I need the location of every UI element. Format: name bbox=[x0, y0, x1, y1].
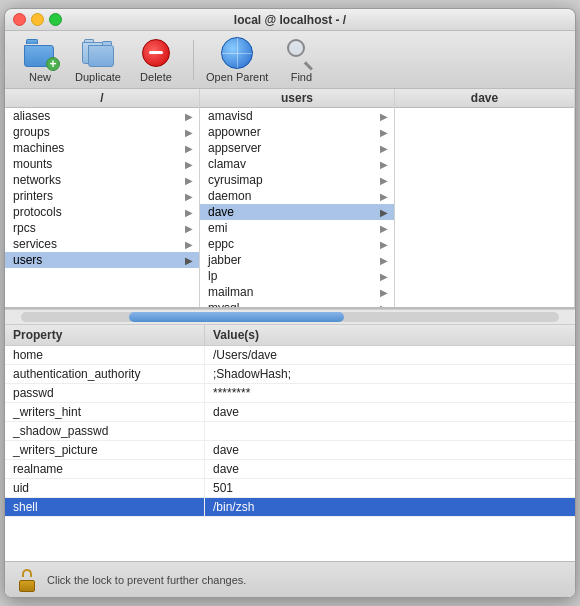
duplicate-button[interactable]: Duplicate bbox=[73, 37, 123, 83]
list-item[interactable]: mailman▶ bbox=[200, 284, 394, 300]
find-button[interactable]: Find bbox=[276, 37, 326, 83]
duplicate-label: Duplicate bbox=[75, 71, 121, 83]
close-button[interactable] bbox=[13, 13, 26, 26]
toolbar: + New Duplicate Delete bbox=[5, 31, 575, 89]
props-body[interactable]: home/Users/daveauthentication_authority;… bbox=[5, 346, 575, 561]
list-item[interactable]: groups▶ bbox=[5, 124, 199, 140]
list-item[interactable]: emi▶ bbox=[200, 220, 394, 236]
titlebar: local @ localhost - / bbox=[5, 9, 575, 31]
col2-list[interactable]: amavisd▶appowner▶appserver▶clamav▶cyrusi… bbox=[200, 108, 394, 307]
list-item[interactable]: lp▶ bbox=[200, 268, 394, 284]
horizontal-scrollbar[interactable] bbox=[21, 312, 559, 322]
browser-col-root: / aliases▶groups▶machines▶mounts▶network… bbox=[5, 89, 200, 307]
prop-val: ******** bbox=[205, 384, 575, 402]
prop-row[interactable]: _writers_picturedave bbox=[5, 441, 575, 460]
prop-key: passwd bbox=[5, 384, 205, 402]
list-item[interactable]: jabber▶ bbox=[200, 252, 394, 268]
open-parent-icon bbox=[221, 37, 253, 69]
prop-key: uid bbox=[5, 479, 205, 497]
prop-val: ;ShadowHash; bbox=[205, 365, 575, 383]
horizontal-scrollbar-area bbox=[5, 309, 575, 325]
prop-key: _writers_hint bbox=[5, 403, 205, 421]
list-item[interactable]: mysql▶ bbox=[200, 300, 394, 307]
delete-icon bbox=[140, 37, 172, 69]
footer: Click the lock to prevent further change… bbox=[5, 561, 575, 597]
duplicate-icon bbox=[82, 37, 114, 69]
prop-val: dave bbox=[205, 403, 575, 421]
prop-val: dave bbox=[205, 460, 575, 478]
prop-val: /bin/zsh bbox=[205, 498, 575, 516]
list-item[interactable]: daemon▶ bbox=[200, 188, 394, 204]
content-area: / aliases▶groups▶machines▶mounts▶network… bbox=[5, 89, 575, 597]
prop-row[interactable]: _writers_hintdave bbox=[5, 403, 575, 422]
prop-key: _shadow_passwd bbox=[5, 422, 205, 440]
new-icon: + bbox=[24, 37, 56, 69]
browser-col-users: users amavisd▶appowner▶appserver▶clamav▶… bbox=[200, 89, 395, 307]
prop-key: home bbox=[5, 346, 205, 364]
prop-header-property: Property bbox=[5, 325, 205, 345]
browser-pane: / aliases▶groups▶machines▶mounts▶network… bbox=[5, 89, 575, 309]
prop-val: 501 bbox=[205, 479, 575, 497]
col2-header: users bbox=[200, 89, 394, 108]
col1-list[interactable]: aliases▶groups▶machines▶mounts▶networks▶… bbox=[5, 108, 199, 307]
minimize-button[interactable] bbox=[31, 13, 44, 26]
list-item[interactable]: eppc▶ bbox=[200, 236, 394, 252]
list-item[interactable]: amavisd▶ bbox=[200, 108, 394, 124]
prop-row[interactable]: authentication_authority;ShadowHash; bbox=[5, 365, 575, 384]
col3-list[interactable] bbox=[395, 108, 574, 307]
open-parent-button[interactable]: Open Parent bbox=[206, 37, 268, 83]
browser-col-dave: dave bbox=[395, 89, 575, 307]
window-controls bbox=[13, 13, 62, 26]
prop-val: dave bbox=[205, 441, 575, 459]
list-item[interactable]: cyrusimap▶ bbox=[200, 172, 394, 188]
footer-text: Click the lock to prevent further change… bbox=[47, 574, 246, 586]
maximize-button[interactable] bbox=[49, 13, 62, 26]
prop-key: _writers_picture bbox=[5, 441, 205, 459]
props-header: Property Value(s) bbox=[5, 325, 575, 346]
col3-header: dave bbox=[395, 89, 574, 108]
prop-val: /Users/dave bbox=[205, 346, 575, 364]
find-label: Find bbox=[291, 71, 312, 83]
list-item[interactable]: printers▶ bbox=[5, 188, 199, 204]
h-scrollbar-thumb bbox=[129, 312, 344, 322]
prop-row[interactable]: realnamedave bbox=[5, 460, 575, 479]
prop-row[interactable]: home/Users/dave bbox=[5, 346, 575, 365]
list-item[interactable]: appowner▶ bbox=[200, 124, 394, 140]
prop-row[interactable]: shell/bin/zsh bbox=[5, 498, 575, 517]
new-button[interactable]: + New bbox=[15, 37, 65, 83]
new-label: New bbox=[29, 71, 51, 83]
delete-label: Delete bbox=[140, 71, 172, 83]
prop-row[interactable]: uid501 bbox=[5, 479, 575, 498]
prop-key: shell bbox=[5, 498, 205, 516]
delete-button[interactable]: Delete bbox=[131, 37, 181, 83]
find-icon bbox=[285, 37, 317, 69]
prop-row[interactable]: _shadow_passwd bbox=[5, 422, 575, 441]
main-window: local @ localhost - / + New bbox=[4, 8, 576, 598]
list-item[interactable]: aliases▶ bbox=[5, 108, 199, 124]
lock-icon[interactable] bbox=[15, 568, 39, 592]
toolbar-separator bbox=[193, 40, 194, 80]
prop-row[interactable]: passwd******** bbox=[5, 384, 575, 403]
list-item[interactable]: networks▶ bbox=[5, 172, 199, 188]
prop-key: realname bbox=[5, 460, 205, 478]
prop-header-values: Value(s) bbox=[205, 325, 575, 345]
col1-header: / bbox=[5, 89, 199, 108]
list-item[interactable]: clamav▶ bbox=[200, 156, 394, 172]
list-item[interactable]: services▶ bbox=[5, 236, 199, 252]
window-title: local @ localhost - / bbox=[234, 13, 346, 27]
list-item[interactable]: mounts▶ bbox=[5, 156, 199, 172]
list-item[interactable]: protocols▶ bbox=[5, 204, 199, 220]
list-item[interactable]: users▶ bbox=[5, 252, 199, 268]
list-item[interactable]: dave▶ bbox=[200, 204, 394, 220]
prop-val bbox=[205, 422, 575, 440]
properties-section: Property Value(s) home/Users/daveauthent… bbox=[5, 325, 575, 561]
list-item[interactable]: appserver▶ bbox=[200, 140, 394, 156]
list-item[interactable]: rpcs▶ bbox=[5, 220, 199, 236]
open-parent-label: Open Parent bbox=[206, 71, 268, 83]
prop-key: authentication_authority bbox=[5, 365, 205, 383]
list-item[interactable]: machines▶ bbox=[5, 140, 199, 156]
